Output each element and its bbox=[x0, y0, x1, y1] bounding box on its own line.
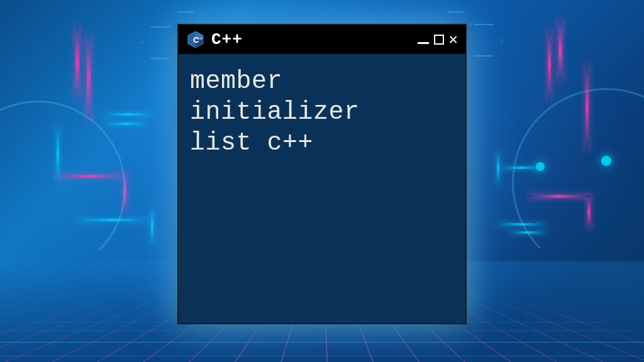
maximize-button[interactable] bbox=[434, 35, 444, 45]
minimize-button[interactable] bbox=[418, 42, 429, 44]
window-controls: ✕ bbox=[418, 31, 458, 48]
cpp-logo-icon: C + + bbox=[186, 30, 205, 49]
titlebar-left: C + + C++ bbox=[186, 30, 243, 49]
terminal-body: member initializer list c++ bbox=[179, 54, 465, 323]
terminal-window: C + + C++ ✕ member initializer list c++ bbox=[177, 24, 467, 324]
close-button[interactable]: ✕ bbox=[449, 31, 458, 48]
window-title: C++ bbox=[211, 30, 243, 49]
terminal-content: member initializer list c++ bbox=[190, 67, 454, 158]
svg-text:+: + bbox=[200, 36, 203, 40]
titlebar[interactable]: C + + C++ ✕ bbox=[179, 25, 465, 54]
